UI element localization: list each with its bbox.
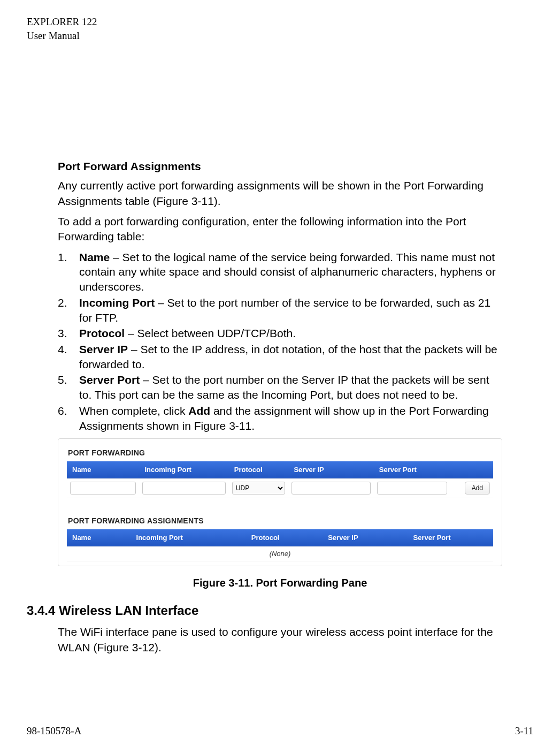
col-protocol: Protocol — [246, 529, 323, 546]
table-input-row: UDP Add — [67, 478, 493, 498]
list-item-prefix: When complete, click — [79, 405, 188, 417]
list-item-rest: – Set to the IP address, in dot notation… — [79, 343, 497, 370]
instruction-list: Name – Set to the logical name of the se… — [58, 250, 502, 433]
port-forwarding-panel: PORT FORWARDING Name Incoming Port Proto… — [58, 438, 502, 566]
col-action — [480, 529, 493, 546]
list-item: Server IP – Set to the IP address, in do… — [58, 342, 502, 371]
none-cell: (None) — [67, 546, 493, 561]
section-heading: Port Forward Assignments — [58, 160, 502, 173]
header-doctype: User Manual — [27, 29, 533, 43]
col-name: Name — [67, 461, 139, 478]
add-button[interactable]: Add — [465, 482, 490, 495]
section-3-4-4-para: The WiFi interface pane is used to confi… — [58, 625, 502, 655]
col-server-port: Server Port — [408, 529, 480, 546]
name-input[interactable] — [70, 482, 136, 495]
incoming-port-input[interactable] — [142, 482, 225, 495]
col-incoming-port: Incoming Port — [139, 461, 228, 478]
list-item: Protocol – Select between UDP/TCP/Both. — [58, 326, 502, 341]
server-port-input[interactable] — [377, 482, 447, 495]
list-item-bold: Protocol — [79, 327, 125, 339]
port-forwarding-assignments-table: Name Incoming Port Protocol Server IP Se… — [67, 529, 493, 561]
col-action — [450, 461, 493, 478]
panel-title-pfa: PORT FORWARDING ASSIGNMENTS — [68, 516, 493, 525]
list-item-rest: – Set to the logical name of the service… — [79, 251, 496, 293]
paragraph-1: Any currently active port forwarding ass… — [58, 178, 502, 209]
list-item-bold: Server Port — [79, 374, 140, 386]
figure-caption: Figure 3-11. Port Forwarding Pane — [58, 577, 502, 589]
section-number: 3.4.4 — [27, 603, 55, 618]
section-3-4-4-heading: 3.4.4 Wireless LAN Interface — [27, 603, 502, 618]
list-item-bold: Incoming Port — [79, 296, 155, 309]
panel-title-pf: PORT FORWARDING — [68, 448, 493, 457]
list-item: Incoming Port – Set to the port number o… — [58, 295, 502, 325]
table-header-row: Name Incoming Port Protocol Server IP Se… — [67, 529, 493, 546]
list-item: When complete, click Add and the assignm… — [58, 404, 502, 433]
server-ip-input[interactable] — [291, 482, 370, 495]
col-incoming-port: Incoming Port — [131, 529, 246, 546]
table-header-row: Name Incoming Port Protocol Server IP Se… — [67, 461, 493, 478]
list-item-bold: Name — [79, 251, 110, 263]
footer-docnum: 98-150578-A — [27, 725, 81, 737]
col-protocol: Protocol — [229, 461, 289, 478]
table-row-none: (None) — [67, 546, 493, 561]
list-item: Name – Set to the logical name of the se… — [58, 250, 502, 294]
port-forwarding-table: Name Incoming Port Protocol Server IP Se… — [67, 461, 493, 498]
figure-panel: PORT FORWARDING Name Incoming Port Proto… — [58, 438, 502, 589]
page-footer: 98-150578-A 3-11 — [27, 725, 533, 737]
list-item-rest: – Select between UDP/TCP/Both. — [125, 327, 296, 339]
col-name: Name — [67, 529, 131, 546]
col-server-ip: Server IP — [323, 529, 408, 546]
list-item-bold: Add — [188, 405, 210, 417]
paragraph-2: To add a port forwarding configuration, … — [58, 214, 502, 245]
list-item: Server Port – Set to the port number on … — [58, 372, 502, 402]
list-item-bold: Server IP — [79, 343, 128, 355]
header-product: EXPLORER 122 — [27, 15, 533, 29]
section-title: Wireless LAN Interface — [59, 603, 198, 618]
col-server-port: Server Port — [374, 461, 450, 478]
protocol-select[interactable]: UDP — [232, 482, 286, 495]
footer-pagenum: 3-11 — [515, 725, 533, 737]
list-item-rest: – Set to the port number on the Server I… — [79, 374, 489, 401]
col-server-ip: Server IP — [288, 461, 373, 478]
page-header: EXPLORER 122 User Manual — [27, 15, 533, 42]
